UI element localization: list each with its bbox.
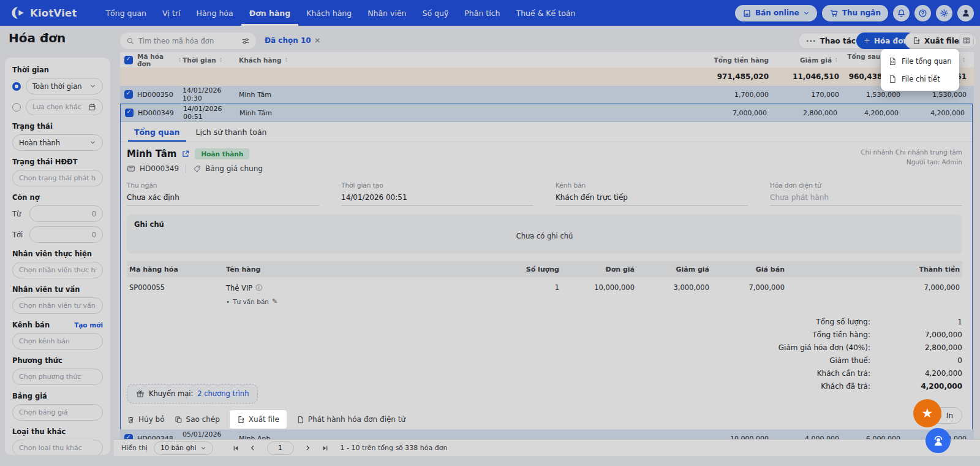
cancel-label: Hủy bỏ: [138, 415, 165, 424]
items-header-amount: Thành tiền: [785, 265, 960, 273]
last-page-button[interactable]: [320, 443, 331, 454]
kiotviet-logo[interactable]: KiotViet: [6, 6, 81, 20]
field-value[interactable]: Khách đến trực tiếp: [556, 193, 748, 206]
note-box[interactable]: Ghi chú Chưa có ghi chú: [127, 215, 962, 254]
user-icon: [961, 8, 971, 18]
ban-online-button[interactable]: Bán online: [735, 5, 817, 21]
create-channel-link[interactable]: Tạo mới: [74, 321, 103, 329]
header-total[interactable]: Tổng tiền hàng: [536, 56, 769, 64]
filter-method-input[interactable]: Chọn phương thức: [12, 369, 103, 385]
account-button[interactable]: [957, 5, 974, 21]
filter-channel-label: Kênh bán Tạo mới: [12, 321, 103, 329]
row-checkbox[interactable]: [125, 109, 134, 117]
items-table-header: Mã hàng hóa Tên hàng Số lượng Đơn giá Gi…: [127, 261, 962, 277]
nav-item-vi-tri[interactable]: Vị trí: [154, 0, 189, 26]
clear-selection-icon[interactable]: ×: [314, 36, 321, 45]
radio-all-time[interactable]: [12, 82, 21, 91]
sort-icon[interactable]: [177, 57, 183, 63]
cell-time: 14/01/2026 00:51: [183, 105, 239, 121]
export-file-button[interactable]: Xuất file: [230, 410, 287, 429]
copy-button[interactable]: Sao chép: [175, 415, 220, 424]
filter-time-other-input[interactable]: Lựa chọn khác: [26, 99, 103, 115]
field-value[interactable]: 14/01/2026 00:51: [341, 193, 533, 206]
nav-item-phan-tich[interactable]: Phân tích: [456, 0, 508, 26]
sort-icon[interactable]: [834, 57, 839, 63]
header-code[interactable]: Mã hóa đơn: [137, 53, 183, 67]
header-discount[interactable]: Giảm giá: [769, 56, 839, 64]
field-label: Kênh bán: [556, 181, 748, 189]
header-customer[interactable]: Khách hàng: [239, 56, 289, 64]
filter-otherfee-input[interactable]: Chọn loại thu khác: [12, 440, 103, 455]
column-settings-button[interactable]: [959, 34, 974, 47]
header-time[interactable]: Thời gian: [183, 56, 224, 64]
cell-customer: Minh Tâm: [239, 109, 534, 117]
settings-button[interactable]: [936, 5, 952, 21]
nav-item-tong-quan[interactable]: Tổng quan: [97, 0, 154, 26]
dots-icon: ···: [806, 37, 816, 45]
row-checkbox[interactable]: [124, 90, 133, 99]
nav-item-hang-hoa[interactable]: Hàng hóa: [189, 0, 241, 26]
export-dropdown-menu: File tổng quan File chi tiết: [881, 49, 959, 91]
info-icon[interactable]: ⓘ: [255, 283, 262, 292]
filter-status-select[interactable]: Hoàn thành: [12, 134, 103, 151]
field-value[interactable]: Chưa phát hành: [770, 193, 962, 206]
menu-item-file-tong-quan[interactable]: File tổng quan: [881, 52, 959, 70]
filter-otherfee-label: Loại thu khác: [12, 427, 103, 436]
sort-icon[interactable]: [961, 57, 967, 63]
promo-button[interactable]: Khuyến mại: 2 chương trình: [127, 384, 258, 403]
tab-lich-su-thanh-toan[interactable]: Lịch sử thanh toán: [190, 122, 273, 142]
nav-item-so-quy[interactable]: Số quỹ: [415, 0, 457, 26]
tab-tong-quan[interactable]: Tổng quan: [128, 122, 186, 142]
filter-consultant-input[interactable]: Chọn nhân viên tư vấn: [12, 297, 103, 314]
external-link-icon[interactable]: [181, 150, 190, 158]
price-book-tag[interactable]: Bảng giá chung: [205, 164, 263, 173]
nav-item-nhan-vien[interactable]: Nhân viên: [360, 0, 414, 26]
filter-channel-input[interactable]: Chọn kênh bán: [12, 333, 103, 350]
filter-pricebook-input[interactable]: Chọn bảng giá: [12, 404, 103, 421]
page-input[interactable]: 1: [267, 441, 294, 455]
search-input[interactable]: Tìm theo mã hóa đơn: [120, 32, 256, 49]
sort-icon[interactable]: [284, 57, 289, 63]
total-value: 2,800,000: [870, 343, 962, 352]
total-value: 0: [870, 356, 962, 365]
invoice-row[interactable]: HD000350 14/01/2026 10:30 Minh Tâm 1,700…: [120, 86, 974, 104]
sort-icon[interactable]: [218, 57, 224, 63]
menu-item-file-chi-tiet[interactable]: File chi tiết: [881, 70, 959, 88]
nav-item-don-hang[interactable]: Đơn hàng: [241, 0, 299, 26]
nav-item-thue-ke-toan[interactable]: Thuế & Kế toán: [508, 0, 584, 26]
debt-to-input[interactable]: 0: [29, 226, 103, 243]
help-button[interactable]: [914, 5, 931, 21]
item-discount: 3,000,000: [635, 283, 709, 292]
cancel-button[interactable]: Hủy bỏ: [127, 415, 165, 424]
promo-count[interactable]: 2 chương trình: [197, 389, 249, 398]
filter-time-select[interactable]: Toàn thời gian: [26, 78, 103, 94]
filter-einvoice-input[interactable]: Chọn trạng thái phát hành: [12, 170, 103, 186]
nav-item-khach-hang[interactable]: Khách hàng: [298, 0, 360, 26]
page-size-select[interactable]: 10 bản ghi: [154, 441, 213, 455]
select-all-checkbox[interactable]: [124, 56, 133, 64]
page-size-value: 10 bản ghi: [160, 444, 197, 452]
filter-consultant-placeholder: Chọn nhân viên tư vấn: [19, 302, 96, 310]
thu-ngan-button[interactable]: Thu ngân: [822, 5, 888, 21]
items-table: Mã hàng hóa Tên hàng Số lượng Đơn giá Gi…: [127, 261, 962, 310]
export-icon: [237, 416, 245, 424]
field-value[interactable]: Chưa xác định: [127, 193, 319, 206]
filter-sliders-icon[interactable]: [241, 37, 250, 45]
selected-count-chip[interactable]: Đã chọn 10 ×: [265, 36, 321, 45]
filter-staff-input[interactable]: Chọn nhân viên thực hiện: [12, 262, 103, 278]
support-fab-button[interactable]: [925, 428, 951, 453]
trash-icon: [127, 416, 135, 424]
expanded-invoice-block: HD000349 14/01/2026 00:51 Minh Tâm 7,000…: [120, 104, 973, 429]
prev-page-button[interactable]: [247, 443, 258, 454]
next-page-button[interactable]: [303, 443, 314, 454]
edit-pencil-icon[interactable]: ✎: [272, 297, 277, 305]
publish-einvoice-button[interactable]: Phát hành hóa đơn điện tử: [296, 415, 405, 424]
first-page-button[interactable]: [230, 443, 241, 454]
items-header-unit-price: Đơn giá: [559, 265, 635, 273]
notifications-button[interactable]: [893, 5, 910, 21]
radio-other-time[interactable]: [12, 103, 21, 112]
customer-name[interactable]: Minh Tâm: [127, 148, 176, 159]
invoice-row[interactable]: HD000349 14/01/2026 00:51 Minh Tâm 7,000…: [121, 104, 972, 122]
star-fab-button[interactable]: ★: [913, 399, 941, 427]
debt-from-input[interactable]: 0: [29, 205, 103, 222]
